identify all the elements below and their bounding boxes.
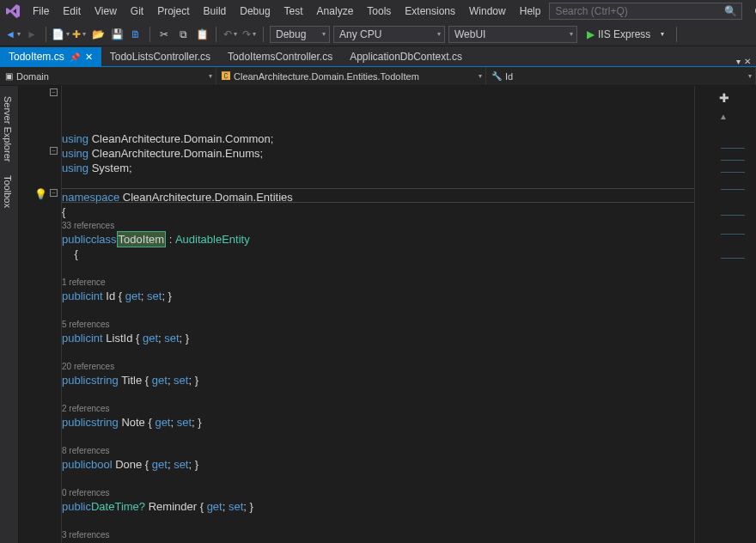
menu-window[interactable]: Window xyxy=(462,3,513,20)
platform-combo[interactable]: Any CPU xyxy=(333,26,445,43)
menu-view[interactable]: View xyxy=(88,3,124,20)
code-area[interactable]: using CleanArchitecture.Domain.Common;us… xyxy=(62,86,694,543)
menu-debug[interactable]: Debug xyxy=(233,3,277,20)
type-combo[interactable]: 🅲CleanArchitecture.Domain.Entities.TodoI… xyxy=(216,67,486,85)
startup-project-combo[interactable]: WebUI xyxy=(448,26,577,43)
standard-toolbar: ◄ ► 📄 ✚ 📂 💾 🗎 ✂ ⧉ 📋 ↶ ↷ Debug Any CPU We… xyxy=(0,22,756,46)
tab-label: ApplicationDbContext.cs xyxy=(350,51,462,63)
configuration-combo[interactable]: Debug xyxy=(270,26,330,43)
minimap[interactable]: ✚ ▲ xyxy=(694,86,756,543)
new-project-button[interactable]: 📄 xyxy=(52,27,68,42)
tab-label: TodoItemsController.cs xyxy=(228,51,332,63)
global-search[interactable]: 🔍 xyxy=(549,3,742,20)
document-tab[interactable]: TodoItem.cs📌✕ xyxy=(0,47,101,66)
document-tab[interactable]: TodoListsController.cs xyxy=(101,47,219,66)
scope-combo[interactable]: ▣Domain xyxy=(0,67,216,85)
menu-test[interactable]: Test xyxy=(277,3,310,20)
fold-toggle[interactable]: − xyxy=(50,88,58,96)
save-all-button[interactable]: 🗎 xyxy=(128,27,143,42)
class-icon: 🅲 xyxy=(222,71,230,81)
menu-bar: FileEditViewGitProjectBuildDebugTestAnal… xyxy=(0,0,756,22)
server-explorer-tab[interactable]: Server Explorer xyxy=(0,89,15,168)
search-icon: 🔍 xyxy=(724,5,737,17)
run-button[interactable]: ▶IIS Express▾ xyxy=(581,26,670,43)
fold-toggle[interactable]: − xyxy=(50,147,58,155)
menu-edit[interactable]: Edit xyxy=(56,3,88,20)
lightbulb-icon[interactable]: 💡 xyxy=(34,188,47,200)
tab-label: TodoItem.cs xyxy=(9,51,64,63)
menu-git[interactable]: Git xyxy=(124,3,150,20)
split-editor-icon[interactable]: ✚ xyxy=(719,91,729,105)
menu-extensions[interactable]: Extensions xyxy=(398,3,462,20)
property-icon: 🔧 xyxy=(491,71,502,81)
open-button[interactable]: 📂 xyxy=(90,27,106,42)
toolbox-tab[interactable]: Toolbox xyxy=(0,168,15,215)
menu-help[interactable]: Help xyxy=(513,3,548,20)
editor-gutter: − − − 💡 xyxy=(19,86,62,543)
tab-label: TodoListsController.cs xyxy=(110,51,210,63)
play-icon: ▶ xyxy=(587,28,594,40)
window-options-button[interactable]: ✕ xyxy=(744,57,751,66)
menu-file[interactable]: File xyxy=(26,3,56,20)
add-item-button[interactable]: ✚ xyxy=(71,27,87,42)
save-button[interactable]: 💾 xyxy=(109,27,125,42)
member-combo[interactable]: 🔧Id xyxy=(486,67,756,85)
scroll-up-icon[interactable]: ▲ xyxy=(719,112,728,121)
code-navbar: ▣Domain 🅲CleanArchitecture.Domain.Entiti… xyxy=(0,67,756,86)
undo-button[interactable]: ↶ xyxy=(223,27,238,42)
document-tab[interactable]: ApplicationDbContext.cs xyxy=(341,47,471,66)
fold-toggle[interactable]: − xyxy=(50,189,58,197)
code-editor[interactable]: − − − 💡 using CleanArchitecture.Domain.C… xyxy=(19,86,756,543)
copy-button[interactable]: ⧉ xyxy=(175,27,191,42)
menu-project[interactable]: Project xyxy=(150,3,196,20)
search-input[interactable] xyxy=(549,3,742,20)
back-button[interactable]: ◄ xyxy=(5,27,21,42)
project-icon: ▣ xyxy=(5,71,13,81)
document-tabs: TodoItem.cs📌✕TodoListsController.csTodoI… xyxy=(0,46,756,67)
vs-logo-icon xyxy=(5,2,21,21)
menu-analyze[interactable]: Analyze xyxy=(310,3,361,20)
pin-icon[interactable]: 📌 xyxy=(70,52,80,62)
left-tool-rail: Server Explorer Toolbox xyxy=(0,86,19,543)
paste-button[interactable]: 📋 xyxy=(194,27,210,42)
redo-button[interactable]: ↷ xyxy=(241,27,257,42)
menu-tools[interactable]: Tools xyxy=(360,3,398,20)
cut-button[interactable]: ✂ xyxy=(156,27,172,42)
close-tab-icon[interactable]: ✕ xyxy=(85,52,93,63)
document-tab[interactable]: TodoItemsController.cs xyxy=(219,47,341,66)
forward-button[interactable]: ► xyxy=(24,27,40,42)
menu-build[interactable]: Build xyxy=(197,3,234,20)
tab-overflow-button[interactable]: ▾ xyxy=(736,57,741,66)
